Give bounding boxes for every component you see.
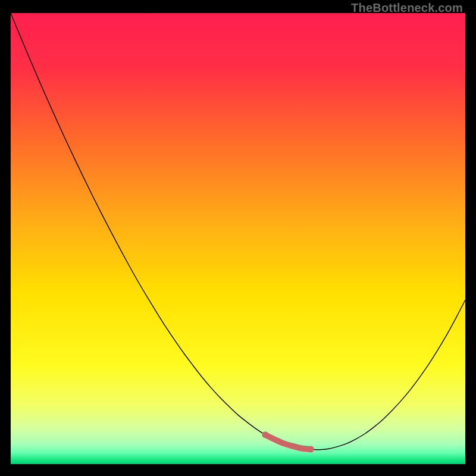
- chart-frame: TheBottleneck.com: [0, 0, 476, 476]
- watermark-text: TheBottleneck.com: [351, 1, 463, 15]
- plot-area: [11, 13, 465, 464]
- bottleneck-curve: [11, 13, 465, 464]
- svg-point-1: [262, 431, 268, 438]
- svg-point-2: [308, 446, 314, 452]
